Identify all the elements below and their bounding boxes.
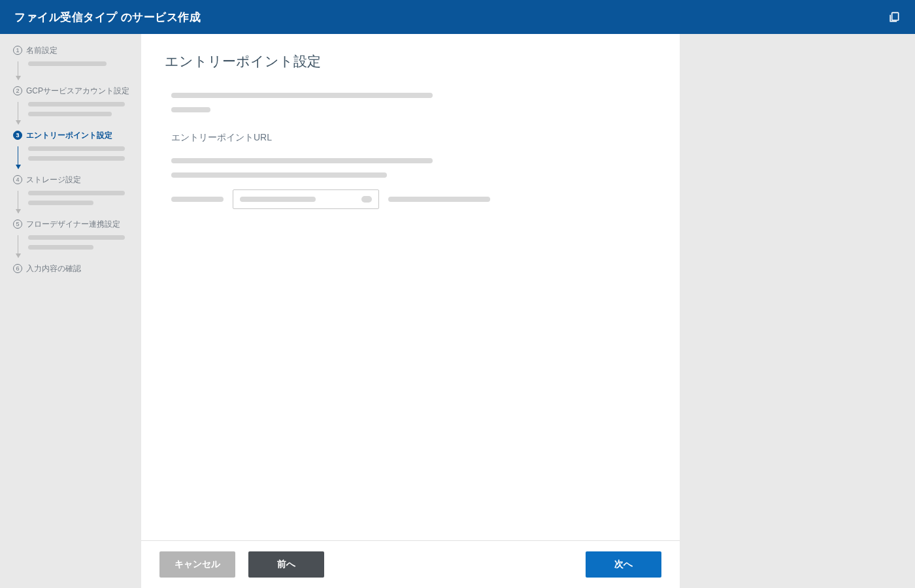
entrypoint-url-row [165, 189, 656, 209]
next-button[interactable]: 次へ [586, 551, 661, 578]
cancel-button[interactable]: キャンセル [159, 551, 235, 578]
back-button[interactable]: 前へ [248, 551, 324, 578]
step-1-number: 1 [13, 46, 22, 55]
entrypoint-url-label: エントリーポイントURL [171, 132, 656, 144]
intro-section [165, 93, 656, 112]
svg-rect-0 [892, 12, 899, 20]
step-2-label: GCPサービスアカウント設定 [26, 87, 129, 95]
url-suffix-placeholder [388, 197, 490, 202]
wizard-body: エントリーポイント設定 エントリーポイントURL [141, 34, 680, 540]
wizard-stepper: 1 名前設定 2 GCPサービスアカウント設定 3 エントリーポイント設定 [0, 34, 141, 588]
step-1[interactable]: 1 名前設定 [13, 46, 133, 80]
step-2[interactable]: 2 GCPサービスアカウント設定 [13, 86, 133, 124]
placeholder-bar [28, 102, 125, 106]
wizard-main: エントリーポイント設定 エントリーポイントURL キャン [141, 34, 680, 588]
step-5-number: 5 [13, 220, 22, 229]
step-3[interactable]: 3 エントリーポイント設定 [13, 131, 133, 169]
url-prefix-placeholder [171, 197, 224, 202]
page-title: エントリーポイント設定 [165, 52, 656, 71]
placeholder-bar [171, 172, 387, 178]
placeholder-bar [171, 107, 210, 112]
header-title: ファイル受信タイプ のサービス作成 [14, 10, 201, 25]
placeholder-bar [28, 245, 93, 250]
input-suffix-icon [361, 196, 372, 203]
placeholder-bar [28, 146, 125, 151]
step-5[interactable]: 5 フローデザイナー連携設定 [13, 220, 133, 257]
placeholder-bar [28, 112, 112, 116]
copy-stack-icon[interactable] [888, 10, 901, 24]
step-3-label: エントリーポイント設定 [26, 131, 112, 139]
step-4[interactable]: 4 ストレージ設定 [13, 175, 133, 213]
placeholder-bar [28, 201, 93, 205]
placeholder-bar [28, 235, 125, 240]
placeholder-bar [28, 156, 125, 161]
wizard-footer: キャンセル 前へ 次へ [141, 540, 680, 588]
app-header: ファイル受信タイプ のサービス作成 [0, 0, 915, 34]
entrypoint-url-input[interactable] [233, 189, 379, 209]
step-3-number: 3 [13, 131, 22, 140]
step-4-number: 4 [13, 175, 22, 184]
step-6-label: 入力内容の確認 [26, 265, 81, 272]
step-5-label: フローデザイナー連携設定 [26, 220, 120, 228]
url-section [165, 158, 656, 178]
placeholder-bar [171, 158, 433, 163]
wizard-shell: 1 名前設定 2 GCPサービスアカウント設定 3 エントリーポイント設定 [0, 34, 915, 588]
step-1-label: 名前設定 [26, 46, 58, 54]
placeholder-bar [28, 191, 125, 195]
step-2-number: 2 [13, 86, 22, 95]
input-placeholder-bar [240, 197, 316, 202]
placeholder-bar [171, 93, 433, 98]
step-6-number: 6 [13, 264, 22, 273]
placeholder-bar [28, 61, 107, 66]
step-6[interactable]: 6 入力内容の確認 [13, 264, 133, 273]
step-4-label: ストレージ設定 [26, 176, 81, 184]
